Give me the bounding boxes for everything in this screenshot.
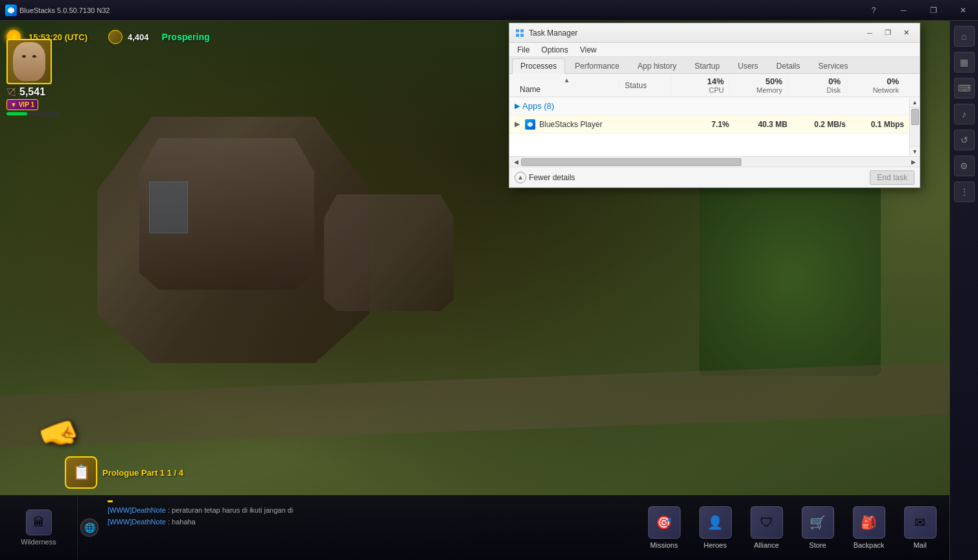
- player-bar: [6, 112, 58, 115]
- tm-menu-view[interactable]: View: [575, 43, 602, 57]
- col-mem-label[interactable]: Memory: [756, 86, 782, 94]
- tm-col-name-header: ▲ Name: [515, 76, 619, 94]
- tm-col-cpu-header: 14% CPU: [671, 76, 729, 94]
- resource-icon: [108, 30, 122, 44]
- col-name-label[interactable]: Name: [520, 85, 614, 94]
- chat-globe-button[interactable]: 🌐: [80, 519, 99, 537]
- tab-startup[interactable]: Startup: [686, 58, 728, 73]
- scroll-up-arrow[interactable]: ▲: [910, 97, 920, 108]
- tm-vertical-scrollbar[interactable]: ▲ ▼: [909, 97, 920, 156]
- backpack-icon: 🎒: [853, 506, 885, 539]
- wilderness-label: Wilderness: [21, 538, 56, 546]
- process-memory: 40.3 MB: [734, 120, 793, 129]
- quest-icon: 📋: [65, 456, 97, 489]
- tm-col-status-header: Status: [619, 81, 671, 90]
- apps-expand-icon[interactable]: ▶: [515, 102, 520, 110]
- fewer-details-button[interactable]: ▲ Fewer details: [515, 172, 575, 183]
- quest-text: Prologue Part 1 1 / 4: [102, 468, 183, 478]
- store-button[interactable]: 🛒 Store: [793, 498, 842, 557]
- more-button[interactable]: ⋮: [954, 181, 975, 202]
- bs-help-button[interactable]: ?: [859, 0, 889, 21]
- heroes-label: Heroes: [704, 541, 727, 549]
- tab-details[interactable]: Details: [768, 58, 809, 73]
- bs-minimize-button[interactable]: ─: [889, 0, 918, 21]
- home-button[interactable]: ⌂: [954, 26, 975, 47]
- screen-button[interactable]: ▦: [954, 52, 975, 73]
- wilderness-icon: 🏛: [26, 509, 52, 535]
- sort-arrow-icon[interactable]: ▲: [520, 76, 614, 84]
- bluestacks-title: BlueStacks 5.0.50.7130 N32: [19, 6, 110, 14]
- bs-close-button[interactable]: ✕: [948, 0, 978, 21]
- end-task-button[interactable]: End task: [870, 170, 914, 185]
- avatar-eye-right: [32, 55, 36, 58]
- col-net-label[interactable]: Network: [873, 86, 899, 94]
- tm-titlebar: Task Manager ─ ❐ ✕: [509, 23, 920, 43]
- chat-message-1: [WWW]DeathNote : peraturan tetap harus d…: [108, 505, 628, 517]
- missions-button[interactable]: 🎯 Missions: [640, 498, 688, 557]
- scroll-track[interactable]: [910, 108, 920, 146]
- tm-col-network-header: 0% Network: [846, 76, 904, 94]
- tab-app-history[interactable]: App history: [629, 58, 685, 73]
- scroll-down-arrow[interactable]: ▼: [910, 146, 920, 156]
- col-cpu-label[interactable]: CPU: [709, 86, 724, 94]
- tm-apps-group[interactable]: ▶ Apps (8): [509, 97, 909, 115]
- tm-minimize-button[interactable]: ─: [861, 27, 878, 40]
- svg-rect-2: [520, 29, 524, 32]
- tm-menubar: File Options View: [509, 43, 920, 57]
- tm-restore-button[interactable]: ❐: [879, 27, 896, 40]
- svg-marker-5: [528, 122, 533, 127]
- chat-name-2: [WWW]DeathNote: [108, 518, 166, 526]
- tm-menu-options[interactable]: Options: [536, 43, 573, 57]
- col-disk-pct: 0%: [828, 76, 841, 86]
- bluestacks-player-row[interactable]: ▶ BlueStacks Player 7.1% 40.3 MB 0.2 MB/…: [509, 115, 909, 134]
- process-cpu: 7.1%: [676, 120, 734, 129]
- bottom-actions: 🎯 Missions 👤 Heroes 🛡 Alliance 🛒 Store 🎒…: [635, 498, 949, 557]
- tm-col-disk-header: 0% Disk: [787, 76, 846, 94]
- quest-indicator[interactable]: 📋 Prologue Part 1 1 / 4: [65, 456, 183, 489]
- hscroll-right-arrow[interactable]: ▶: [908, 158, 918, 166]
- hscroll-thumb[interactable]: [521, 158, 741, 166]
- settings-button[interactable]: ⚙: [954, 156, 975, 176]
- chat-message-2: [WWW]DeathNote : hahaha: [108, 517, 628, 528]
- bs-restore-button[interactable]: ❐: [918, 0, 948, 21]
- volume-button[interactable]: ♪: [954, 104, 975, 124]
- tm-menu-file[interactable]: File: [512, 43, 535, 57]
- alliance-icon: 🛡: [751, 506, 783, 539]
- tab-users[interactable]: Users: [729, 58, 766, 73]
- tab-performance[interactable]: Performance: [566, 58, 628, 73]
- mail-button[interactable]: ✉ Mail: [896, 498, 944, 557]
- avatar-face: [13, 42, 45, 81]
- mail-icon: ✉: [904, 506, 937, 539]
- tm-window-buttons: ─ ❐ ✕: [861, 27, 914, 40]
- keyboard-button[interactable]: ⌨: [954, 78, 975, 99]
- backpack-button[interactable]: 🎒 Backpack: [844, 498, 893, 557]
- chat-dot: [108, 500, 113, 502]
- fewer-details-label: Fewer details: [529, 173, 575, 182]
- bluestacks-process-icon: [525, 119, 535, 130]
- tm-horizontal-scrollbar[interactable]: ◀ ▶: [509, 156, 920, 167]
- tm-close-button[interactable]: ✕: [898, 27, 914, 40]
- hscroll-left-arrow[interactable]: ◀: [511, 158, 521, 166]
- tm-table-body: ▶ Apps (8) ▶ BlueStacks Player: [509, 97, 920, 156]
- chat-indicator: [108, 500, 628, 502]
- fewer-details-icon: ▲: [515, 172, 526, 183]
- chat-text-2: : hahaha: [168, 518, 196, 526]
- svg-rect-3: [516, 34, 519, 37]
- player-avatar[interactable]: 🏹 5,541 ▼ VIP 1: [6, 39, 58, 115]
- svg-marker-0: [8, 7, 14, 14]
- bs-logo: BlueStacks 5.0.50.7130 N32: [0, 5, 115, 16]
- rotate-button[interactable]: ↺: [954, 130, 975, 150]
- scroll-thumb[interactable]: [911, 109, 919, 125]
- wilderness-section[interactable]: 🏛 Wilderness: [0, 495, 78, 560]
- store-icon: 🛒: [802, 506, 834, 539]
- bs-app-icon: [525, 119, 535, 130]
- tab-processes[interactable]: Processes: [512, 58, 565, 74]
- alliance-button[interactable]: 🛡 Alliance: [742, 498, 791, 557]
- col-disk-label[interactable]: Disk: [827, 86, 841, 94]
- col-cpu-pct: 14%: [707, 76, 724, 86]
- hud-status: Prospering: [162, 32, 210, 42]
- col-status-label[interactable]: Status: [625, 81, 666, 90]
- process-expand-icon[interactable]: ▶: [509, 120, 525, 128]
- heroes-button[interactable]: 👤 Heroes: [691, 498, 739, 557]
- tab-services[interactable]: Services: [810, 58, 857, 73]
